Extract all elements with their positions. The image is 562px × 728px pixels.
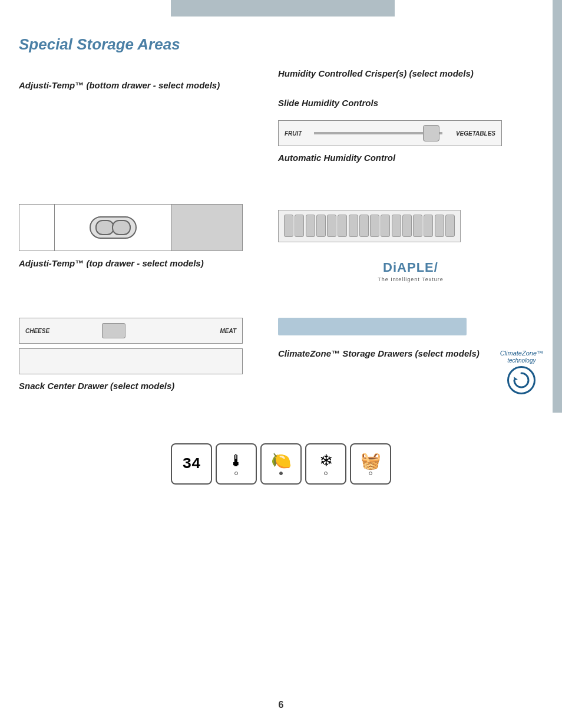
bottom-section: CHEESE MEAT Snack Center Drawer (select …	[19, 318, 543, 397]
cz-circle-svg	[511, 370, 532, 391]
meat-label: MEAT	[220, 327, 236, 334]
snack-col: CHEESE MEAT Snack Center Drawer (select …	[19, 318, 266, 397]
climate-zone-bar	[278, 318, 467, 335]
adjusti-bottom-label: Adjusti-Temp™ (bottom drawer - select mo…	[19, 80, 266, 91]
icon-basket-box: 🧺	[350, 443, 391, 485]
rib-4	[316, 215, 326, 237]
rib-15	[435, 215, 444, 237]
top-drawer-diagram	[19, 204, 243, 251]
cheese-meat-slider: CHEESE MEAT	[19, 318, 243, 344]
content-area: Special Storage Areas Adjusti-Temp™ (bot…	[19, 35, 543, 485]
page: Special Storage Areas Adjusti-Temp™ (bot…	[0, 0, 562, 728]
basket-dots	[369, 472, 372, 475]
rib-3	[306, 215, 315, 237]
rib-7	[349, 215, 358, 237]
dot-4	[369, 472, 372, 475]
rib-9	[370, 215, 379, 237]
drawer-right-panel	[171, 205, 242, 251]
icon-snowflake-box: ❄	[305, 443, 346, 485]
drawer-left-panel	[19, 205, 55, 251]
cheese-label: CHEESE	[25, 327, 49, 334]
temp-value: 34	[182, 455, 200, 473]
diaple-logo: DiAPLE/	[278, 260, 543, 275]
icon-thermometer-box: 🌡	[216, 443, 257, 485]
top-drawer-col: Adjusti-Temp™ (top drawer - select model…	[19, 204, 266, 282]
thermometer-dots	[234, 472, 238, 475]
cm-thumb	[102, 323, 125, 338]
dot-2	[279, 472, 283, 475]
cz-logo: ClimateZone™ technology	[500, 348, 543, 394]
climate-zone-labels: ClimateZone™ Storage Drawers (select mod…	[278, 348, 543, 394]
ribbed-diagram	[278, 210, 461, 242]
right-bar	[553, 0, 562, 413]
dot-3	[324, 472, 328, 475]
diaple-logo-text: DiAPLE	[383, 260, 434, 275]
slider-right-label: VEGETABLES	[456, 130, 495, 137]
empty-drawer	[19, 348, 243, 374]
rib-14	[424, 215, 433, 237]
drawer-section: Adjusti-Temp™ (top drawer - select model…	[19, 204, 543, 282]
cz-logo-text-line2: technology	[507, 357, 535, 364]
top-section: Adjusti-Temp™ (bottom drawer - select mo…	[19, 68, 543, 169]
lemon-dots	[279, 472, 283, 475]
cz-logo-text-line1: ClimateZone™	[500, 348, 543, 357]
slider-diagram: FRUIT VEGETABLES	[278, 120, 502, 146]
snowflake-icon: ❄	[319, 453, 333, 469]
rib-10	[381, 215, 390, 237]
lemon-icon: 🍋	[271, 453, 292, 469]
right-drawer-col: DiAPLE/ The Intelligent Texture	[266, 204, 543, 282]
rib-13	[413, 215, 422, 237]
right-col-top: Humidity Controlled Crisper(s) (select m…	[266, 68, 543, 169]
auto-humidity-title: Automatic Humidity Control	[278, 152, 543, 164]
snowflake-dots	[324, 472, 328, 475]
rib-1	[284, 215, 293, 237]
top-bar-left	[171, 0, 395, 17]
rib-2	[295, 215, 304, 237]
adjusti-top-label: Adjusti-Temp™ (top drawer - select model…	[19, 258, 266, 268]
drawer-handle	[90, 216, 137, 239]
cz-circle	[507, 366, 535, 394]
slider-thumb	[423, 125, 439, 141]
rib-12	[402, 215, 412, 237]
diaple-subtitle: The Intelligent Texture	[278, 276, 543, 282]
svg-marker-0	[514, 377, 518, 380]
rib-6	[338, 215, 347, 237]
humidity-section: Humidity Controlled Crisper(s) (select m…	[278, 68, 543, 80]
snack-label: Snack Center Drawer (select models)	[19, 380, 266, 392]
icon-temp-box: 34	[171, 443, 212, 485]
rib-16	[445, 215, 455, 237]
rib-5	[327, 215, 336, 237]
rib-11	[392, 215, 401, 237]
drawer-center	[55, 205, 171, 251]
adjusti-bottom-section: Adjusti-Temp™ (bottom drawer - select mo…	[19, 80, 266, 91]
slide-humidity-title: Slide Humidity Controls	[278, 97, 543, 109]
page-title: Special Storage Areas	[19, 35, 543, 54]
basket-icon: 🧺	[361, 453, 381, 469]
auto-humidity-section: Automatic Humidity Control	[278, 152, 543, 164]
thermometer-icon: 🌡	[228, 453, 244, 469]
dot-1	[234, 472, 238, 475]
diaple-section: DiAPLE/ The Intelligent Texture	[278, 260, 543, 282]
left-col-top: Adjusti-Temp™ (bottom drawer - select mo…	[19, 68, 266, 169]
slide-humidity-section: Slide Humidity Controls	[278, 97, 543, 109]
climate-zone-right: ClimateZone™ Storage Drawers (select mod…	[266, 318, 543, 397]
diaple-slash: /	[434, 260, 438, 275]
page-number: 6	[279, 700, 284, 710]
rib-8	[359, 215, 369, 237]
climate-zone-text: ClimateZone™ Storage Drawers (select mod…	[278, 348, 488, 358]
bottom-icons-row: 34 🌡 🍋 ❄	[19, 443, 543, 485]
slider-left-label: FRUIT	[285, 130, 302, 137]
humidity-title: Humidity Controlled Crisper(s) (select m…	[278, 68, 543, 80]
icon-lemon-box: 🍋	[260, 443, 302, 485]
